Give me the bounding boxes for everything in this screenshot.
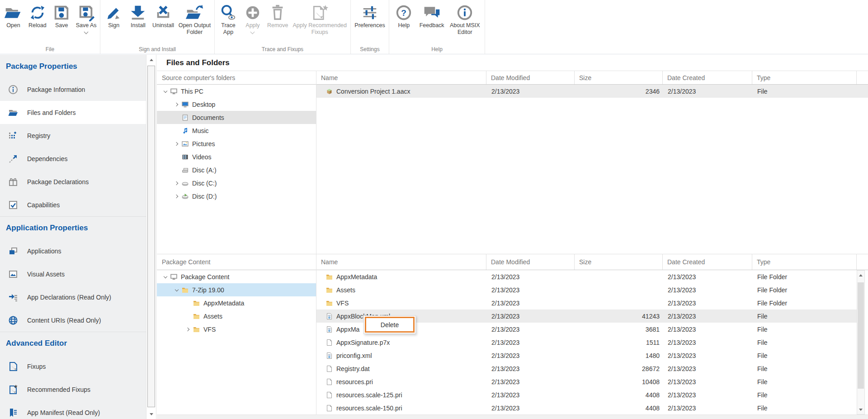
sidebar-item-applications[interactable]: Applications <box>0 239 146 262</box>
scrollbar-up-button[interactable] <box>146 56 156 64</box>
sidebar-item-app-declarations-read-only[interactable]: App Declarations (Read Only) <box>0 286 146 309</box>
tree-item-disc-a[interactable]: Disc (A:) <box>157 163 316 176</box>
sidebar-item-dependencies[interactable]: Dependencies <box>0 147 146 170</box>
expander-collapsed-icon[interactable] <box>173 193 180 200</box>
expander-collapsed-icon[interactable] <box>173 180 180 187</box>
triangle-down-icon <box>150 413 153 415</box>
tree-item-package-content[interactable]: Package Content <box>157 270 316 283</box>
cell-date-created: 2/13/2023 <box>662 283 752 296</box>
column-header-size[interactable]: Size <box>574 71 662 84</box>
column-header-name[interactable]: Name <box>316 254 486 270</box>
scrollbar-up-button[interactable] <box>857 271 864 279</box>
package-content-header[interactable]: Package Content <box>157 254 316 270</box>
file-row-assets[interactable]: Assets2/13/20232/13/2023File Folder <box>316 283 857 296</box>
tree-item-documents[interactable]: Documents <box>157 111 316 124</box>
file-row-appxsignature-p7x[interactable]: AppxSignature.p7x2/13/202315112/13/2023F… <box>316 336 857 349</box>
sidebar-item-registry[interactable]: Registry <box>0 124 146 147</box>
expander-collapsed-icon[interactable] <box>173 101 180 108</box>
remove-button[interactable]: Remove <box>266 3 289 29</box>
package-list-scrollbar[interactable] <box>857 270 865 414</box>
sidebar-item-app-manifest-read-only[interactable]: App Manifest (Read Only) <box>0 401 146 419</box>
tree-item-music[interactable]: Music <box>157 124 316 137</box>
column-header-name[interactable]: Name <box>316 71 486 84</box>
open-button[interactable]: Open <box>2 3 24 29</box>
sidebar-item-content-uris-read-only[interactable]: Content URIs (Read Only) <box>0 309 146 332</box>
file-row-appxmetadata[interactable]: AppxMetadata2/13/20232/13/2023File Folde… <box>316 270 857 283</box>
package-declarations-icon <box>8 177 18 187</box>
tree-item-disc-c[interactable]: Disc (C:) <box>157 176 316 190</box>
cell-date-created: 2/13/2023 <box>662 85 752 98</box>
apply-button[interactable]: Apply <box>242 3 264 33</box>
install-icon <box>128 3 148 22</box>
expander-collapsed-icon[interactable] <box>184 326 192 333</box>
chevron-down-icon[interactable] <box>84 30 89 34</box>
tree-item-videos[interactable]: Videos <box>157 150 316 163</box>
expander-expanded-icon[interactable] <box>162 273 169 281</box>
tree-item-pictures[interactable]: Pictures <box>157 137 316 150</box>
column-header-date-modified[interactable]: Date Modified <box>486 71 574 84</box>
scrollbar-down-button[interactable] <box>146 410 156 418</box>
tree-item-this-pc[interactable]: This PC <box>157 85 316 98</box>
column-header-date-created[interactable]: Date Created <box>662 71 752 84</box>
expander-expanded-icon[interactable] <box>173 286 180 294</box>
sidebar-item-package-declarations[interactable]: Package Declarations <box>0 170 146 193</box>
context-menu-item-delete[interactable]: Delete <box>365 317 415 333</box>
ribbon-group-file: OpenReloadSaveSave AsFile <box>0 0 100 54</box>
column-header-size[interactable]: Size <box>574 254 662 270</box>
sign-button[interactable]: Sign <box>103 3 125 29</box>
sidebar-item-visual-assets[interactable]: Visual Assets <box>0 262 146 286</box>
uninstall-button[interactable]: Uninstall <box>151 3 175 29</box>
tree-item-disc-d[interactable]: Disc (D:) <box>157 190 316 203</box>
trace-app-button[interactable]: TraceApp <box>217 3 239 36</box>
source-folders-header[interactable]: Source computer's folders <box>157 71 316 85</box>
feedback-button[interactable]: Feedback <box>419 3 445 29</box>
install-button[interactable]: Install <box>127 3 149 29</box>
sidebar-item-files-and-folders[interactable]: Files and Folders <box>0 101 146 124</box>
sidebar-item-fixups[interactable]: Fixups <box>0 355 146 378</box>
sidebar-scrollbar[interactable] <box>146 55 156 419</box>
feedback-icon <box>422 3 442 22</box>
apply-recommended-fixups-button[interactable]: Apply RecommendedFixups <box>292 3 348 36</box>
sidebar-item-recommended-fixups[interactable]: Recommended Fixups <box>0 378 146 401</box>
cell-date-modified: 2/13/2023 <box>486 283 574 296</box>
file-row-resources-scale-150-pri[interactable]: resources.scale-150.pri2/13/202344082/13… <box>316 401 857 414</box>
horizontal-scrollbar-track[interactable] <box>157 414 868 419</box>
about-msix-editor-button[interactable]: About MSIXEditor <box>449 3 481 36</box>
file-row-registry-dat[interactable]: Registry.dat2/13/2023286722/13/2023File <box>316 362 857 375</box>
computer-icon <box>170 273 178 281</box>
open-output-folder-button[interactable]: Open OutputFolder <box>178 3 212 36</box>
save-button[interactable]: Save <box>51 3 72 29</box>
save-as-button[interactable]: Save As <box>75 3 98 33</box>
ribbon-buttons-row: OpenReloadSaveSave As <box>0 0 100 44</box>
button-label: Apply RecommendedFixups <box>292 22 347 36</box>
column-header-type[interactable]: Type <box>752 71 857 84</box>
file-row-conversion-project-1-aacx[interactable]: Conversion Project 1.aacx2/13/202323462/… <box>316 85 868 98</box>
column-header-date-modified[interactable]: Date Modified <box>486 254 574 270</box>
file-row-resources-scale-125-pri[interactable]: resources.scale-125.pri2/13/202344082/13… <box>316 388 857 401</box>
cell-size: 2346 <box>574 85 662 98</box>
expander-expanded-icon[interactable] <box>162 88 169 95</box>
chevron-down-icon[interactable] <box>250 30 255 34</box>
tree-item-vfs[interactable]: VFS <box>157 323 316 336</box>
source-file-list-panel: NameDate ModifiedSizeDate CreatedType Co… <box>316 71 868 254</box>
tree-item-appxmetadata[interactable]: AppxMetadata <box>157 296 316 309</box>
scrollbar-thumb[interactable] <box>858 282 864 389</box>
file-row-vfs[interactable]: VFS2/13/20232/13/2023File Folder <box>316 296 857 309</box>
sidebar-item-package-information[interactable]: Package Information <box>0 78 146 101</box>
file-row-priconfig-xml[interactable]: priconfig.xml2/13/202314802/13/2023File <box>316 349 857 362</box>
file-row-resources-pri[interactable]: resources.pri2/13/2023104082/13/2023File <box>316 375 857 388</box>
cell-name: Assets <box>316 283 486 296</box>
column-header-type[interactable]: Type <box>752 254 857 270</box>
scrollbar-thumb[interactable] <box>147 66 155 407</box>
column-header-date-created[interactable]: Date Created <box>662 254 752 270</box>
help-button[interactable]: ?Help <box>393 3 415 29</box>
tree-item-7-zip-19-00[interactable]: 7-Zip 19.00 <box>157 283 316 296</box>
sidebar-item-capabilities[interactable]: Capabilities <box>0 193 146 216</box>
tree-item-desktop[interactable]: Desktop <box>157 98 316 111</box>
expander-collapsed-icon[interactable] <box>173 140 180 148</box>
tree-item-assets[interactable]: Assets <box>157 309 316 323</box>
scrollbar-down-button[interactable] <box>857 405 864 414</box>
preferences-button[interactable]: Preferences <box>354 3 386 29</box>
folder-icon <box>193 300 201 307</box>
reload-button[interactable]: Reload <box>27 3 48 29</box>
